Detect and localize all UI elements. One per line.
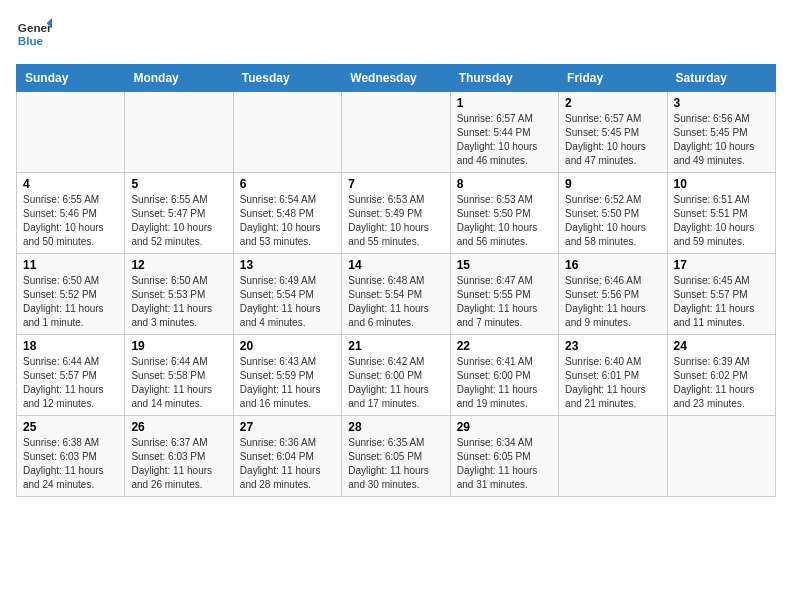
day-number: 10 (674, 177, 769, 191)
col-monday: Monday (125, 65, 233, 92)
day-number: 16 (565, 258, 660, 272)
col-saturday: Saturday (667, 65, 775, 92)
col-friday: Friday (559, 65, 667, 92)
day-number: 3 (674, 96, 769, 110)
logo-icon: General Blue (16, 16, 52, 52)
day-cell: 4Sunrise: 6:55 AM Sunset: 5:46 PM Daylig… (17, 173, 125, 254)
day-info: Sunrise: 6:48 AM Sunset: 5:54 PM Dayligh… (348, 274, 443, 330)
day-cell: 23Sunrise: 6:40 AM Sunset: 6:01 PM Dayli… (559, 335, 667, 416)
calendar-body: 1Sunrise: 6:57 AM Sunset: 5:44 PM Daylig… (17, 92, 776, 497)
day-number: 1 (457, 96, 552, 110)
day-number: 4 (23, 177, 118, 191)
week-row-2: 4Sunrise: 6:55 AM Sunset: 5:46 PM Daylig… (17, 173, 776, 254)
day-cell: 25Sunrise: 6:38 AM Sunset: 6:03 PM Dayli… (17, 416, 125, 497)
day-info: Sunrise: 6:39 AM Sunset: 6:02 PM Dayligh… (674, 355, 769, 411)
svg-text:Blue: Blue (18, 34, 44, 47)
day-number: 11 (23, 258, 118, 272)
col-wednesday: Wednesday (342, 65, 450, 92)
day-number: 29 (457, 420, 552, 434)
header-row: Sunday Monday Tuesday Wednesday Thursday… (17, 65, 776, 92)
day-info: Sunrise: 6:36 AM Sunset: 6:04 PM Dayligh… (240, 436, 335, 492)
day-number: 12 (131, 258, 226, 272)
col-thursday: Thursday (450, 65, 558, 92)
day-number: 7 (348, 177, 443, 191)
day-info: Sunrise: 6:37 AM Sunset: 6:03 PM Dayligh… (131, 436, 226, 492)
day-cell (559, 416, 667, 497)
day-number: 14 (348, 258, 443, 272)
day-number: 6 (240, 177, 335, 191)
day-cell: 8Sunrise: 6:53 AM Sunset: 5:50 PM Daylig… (450, 173, 558, 254)
day-info: Sunrise: 6:35 AM Sunset: 6:05 PM Dayligh… (348, 436, 443, 492)
calendar-table: Sunday Monday Tuesday Wednesday Thursday… (16, 64, 776, 497)
day-cell: 24Sunrise: 6:39 AM Sunset: 6:02 PM Dayli… (667, 335, 775, 416)
day-info: Sunrise: 6:34 AM Sunset: 6:05 PM Dayligh… (457, 436, 552, 492)
day-info: Sunrise: 6:53 AM Sunset: 5:50 PM Dayligh… (457, 193, 552, 249)
day-number: 8 (457, 177, 552, 191)
day-number: 20 (240, 339, 335, 353)
day-info: Sunrise: 6:50 AM Sunset: 5:52 PM Dayligh… (23, 274, 118, 330)
day-number: 5 (131, 177, 226, 191)
day-cell (342, 92, 450, 173)
day-info: Sunrise: 6:45 AM Sunset: 5:57 PM Dayligh… (674, 274, 769, 330)
day-cell: 18Sunrise: 6:44 AM Sunset: 5:57 PM Dayli… (17, 335, 125, 416)
day-info: Sunrise: 6:53 AM Sunset: 5:49 PM Dayligh… (348, 193, 443, 249)
logo: General Blue (16, 16, 52, 52)
day-cell: 5Sunrise: 6:55 AM Sunset: 5:47 PM Daylig… (125, 173, 233, 254)
day-cell: 16Sunrise: 6:46 AM Sunset: 5:56 PM Dayli… (559, 254, 667, 335)
day-cell: 17Sunrise: 6:45 AM Sunset: 5:57 PM Dayli… (667, 254, 775, 335)
day-cell: 11Sunrise: 6:50 AM Sunset: 5:52 PM Dayli… (17, 254, 125, 335)
day-number: 15 (457, 258, 552, 272)
day-info: Sunrise: 6:44 AM Sunset: 5:57 PM Dayligh… (23, 355, 118, 411)
day-info: Sunrise: 6:55 AM Sunset: 5:47 PM Dayligh… (131, 193, 226, 249)
day-cell (233, 92, 341, 173)
day-info: Sunrise: 6:50 AM Sunset: 5:53 PM Dayligh… (131, 274, 226, 330)
day-number: 9 (565, 177, 660, 191)
day-number: 26 (131, 420, 226, 434)
day-cell: 3Sunrise: 6:56 AM Sunset: 5:45 PM Daylig… (667, 92, 775, 173)
day-cell: 15Sunrise: 6:47 AM Sunset: 5:55 PM Dayli… (450, 254, 558, 335)
day-info: Sunrise: 6:40 AM Sunset: 6:01 PM Dayligh… (565, 355, 660, 411)
day-number: 17 (674, 258, 769, 272)
day-number: 2 (565, 96, 660, 110)
day-info: Sunrise: 6:57 AM Sunset: 5:44 PM Dayligh… (457, 112, 552, 168)
day-cell: 13Sunrise: 6:49 AM Sunset: 5:54 PM Dayli… (233, 254, 341, 335)
col-sunday: Sunday (17, 65, 125, 92)
day-number: 28 (348, 420, 443, 434)
day-number: 19 (131, 339, 226, 353)
day-cell: 19Sunrise: 6:44 AM Sunset: 5:58 PM Dayli… (125, 335, 233, 416)
day-cell (17, 92, 125, 173)
day-number: 21 (348, 339, 443, 353)
day-cell: 1Sunrise: 6:57 AM Sunset: 5:44 PM Daylig… (450, 92, 558, 173)
day-info: Sunrise: 6:55 AM Sunset: 5:46 PM Dayligh… (23, 193, 118, 249)
day-cell: 14Sunrise: 6:48 AM Sunset: 5:54 PM Dayli… (342, 254, 450, 335)
day-info: Sunrise: 6:49 AM Sunset: 5:54 PM Dayligh… (240, 274, 335, 330)
day-number: 18 (23, 339, 118, 353)
day-info: Sunrise: 6:42 AM Sunset: 6:00 PM Dayligh… (348, 355, 443, 411)
day-cell (667, 416, 775, 497)
day-cell: 27Sunrise: 6:36 AM Sunset: 6:04 PM Dayli… (233, 416, 341, 497)
day-info: Sunrise: 6:46 AM Sunset: 5:56 PM Dayligh… (565, 274, 660, 330)
day-number: 13 (240, 258, 335, 272)
col-tuesday: Tuesday (233, 65, 341, 92)
day-info: Sunrise: 6:43 AM Sunset: 5:59 PM Dayligh… (240, 355, 335, 411)
week-row-1: 1Sunrise: 6:57 AM Sunset: 5:44 PM Daylig… (17, 92, 776, 173)
week-row-5: 25Sunrise: 6:38 AM Sunset: 6:03 PM Dayli… (17, 416, 776, 497)
week-row-3: 11Sunrise: 6:50 AM Sunset: 5:52 PM Dayli… (17, 254, 776, 335)
day-cell: 12Sunrise: 6:50 AM Sunset: 5:53 PM Dayli… (125, 254, 233, 335)
day-info: Sunrise: 6:57 AM Sunset: 5:45 PM Dayligh… (565, 112, 660, 168)
day-info: Sunrise: 6:54 AM Sunset: 5:48 PM Dayligh… (240, 193, 335, 249)
page-header: General Blue (16, 16, 776, 52)
day-number: 22 (457, 339, 552, 353)
day-cell: 6Sunrise: 6:54 AM Sunset: 5:48 PM Daylig… (233, 173, 341, 254)
day-cell: 10Sunrise: 6:51 AM Sunset: 5:51 PM Dayli… (667, 173, 775, 254)
day-cell (125, 92, 233, 173)
day-cell: 7Sunrise: 6:53 AM Sunset: 5:49 PM Daylig… (342, 173, 450, 254)
day-cell: 29Sunrise: 6:34 AM Sunset: 6:05 PM Dayli… (450, 416, 558, 497)
day-cell: 26Sunrise: 6:37 AM Sunset: 6:03 PM Dayli… (125, 416, 233, 497)
day-cell: 28Sunrise: 6:35 AM Sunset: 6:05 PM Dayli… (342, 416, 450, 497)
day-cell: 20Sunrise: 6:43 AM Sunset: 5:59 PM Dayli… (233, 335, 341, 416)
day-info: Sunrise: 6:38 AM Sunset: 6:03 PM Dayligh… (23, 436, 118, 492)
week-row-4: 18Sunrise: 6:44 AM Sunset: 5:57 PM Dayli… (17, 335, 776, 416)
day-info: Sunrise: 6:44 AM Sunset: 5:58 PM Dayligh… (131, 355, 226, 411)
day-cell: 22Sunrise: 6:41 AM Sunset: 6:00 PM Dayli… (450, 335, 558, 416)
